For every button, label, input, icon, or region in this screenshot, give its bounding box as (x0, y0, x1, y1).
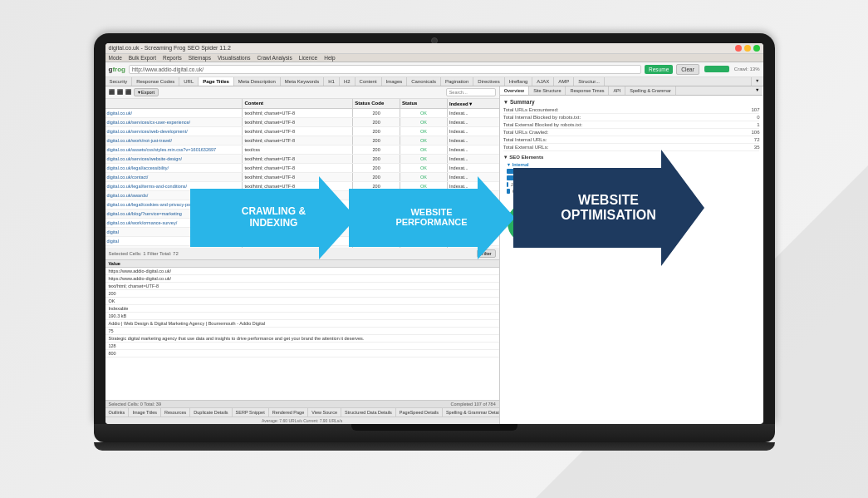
cell-url: digital.co.uk/work/ormance-survey/ (105, 219, 243, 227)
table-row[interactable]: digital.co.uk/ text/html; charset=UTF-8 … (105, 109, 499, 118)
menu-sitemaps[interactable]: Sitemaps (189, 55, 211, 61)
tab-security[interactable]: Security (105, 77, 133, 86)
detail-row-url2: https://www.addio-digital.co.uk/ (105, 275, 499, 283)
seo-elements-title: ▼ SEO Elements (503, 155, 760, 160)
toolbar-icon-2[interactable]: ⬛ (117, 89, 123, 95)
minimize-button[interactable] (744, 45, 751, 52)
tab-page-titles[interactable]: Page Titles (199, 77, 234, 86)
tab-meta-description[interactable]: Meta Description (234, 77, 281, 86)
cell-status-code (353, 228, 400, 236)
table-row[interactable]: digital.co.uk/legal/accessibility/ text/… (105, 164, 499, 173)
filter-text: Selected Cells: 1 Filter Total: 72 (109, 251, 179, 256)
svg-point-5 (518, 213, 538, 233)
tab-url[interactable]: URL (179, 77, 199, 86)
seo-item-js: JavaScript (1) (1.39%) (507, 181, 760, 188)
tab-h1[interactable]: H1 (324, 77, 340, 86)
close-button[interactable] (735, 45, 742, 52)
title-bar-controls (735, 45, 760, 52)
seo-bar-all (507, 169, 557, 174)
right-tab-overview[interactable]: Overview (500, 86, 529, 95)
cell-url: digital.co.uk/ (105, 109, 243, 117)
table-row[interactable]: digital.co.uk/work/ormance-survey/ text/… (105, 219, 499, 228)
cell-status-code: 200 (353, 210, 400, 218)
table-row[interactable]: digital.co.uk/blog/?service=marketing te… (105, 210, 499, 219)
menu-help[interactable]: Help (324, 55, 335, 61)
table-row[interactable]: digital.co.uk/legal/cookies-and-privacy-… (105, 200, 499, 210)
cell-status-code: 200 (353, 200, 400, 209)
filter-button[interactable]: Filter (477, 249, 495, 258)
clear-button[interactable]: Clear (676, 64, 699, 75)
tab-response-codes[interactable]: Response Codes (132, 77, 179, 86)
table-row[interactable]: digital.co.uk/work/not-just-travel/ text… (105, 136, 499, 145)
cell-status-code: 200 (353, 118, 400, 126)
table-row[interactable]: digital.co.uk/services/web-development/ … (105, 127, 499, 136)
cell-indexed: Indexat... (448, 228, 499, 236)
detail-row-num1: 75 (105, 328, 499, 335)
tab-hreflang[interactable]: Hreflang (505, 77, 533, 86)
maximize-button[interactable] (753, 45, 760, 52)
table-row[interactable]: digital Indexat... (105, 237, 499, 246)
tab-directives[interactable]: Directives (473, 77, 504, 86)
table-row[interactable]: digital.co.uk/legal/terms-and-conditions… (105, 182, 499, 191)
tab-content[interactable]: Content (356, 77, 382, 86)
tab-pagination[interactable]: Pagination (441, 77, 473, 86)
btab-pagespeed[interactable]: PageSpeed Details (396, 408, 443, 417)
legend-dot-js (558, 205, 563, 210)
tab-images[interactable]: Images (382, 77, 408, 86)
summary-value-1: 107 (751, 107, 759, 112)
right-tab-api[interactable]: API (609, 86, 625, 95)
right-tab-dropdown[interactable]: ▼ (752, 86, 763, 95)
tab-canonicals[interactable]: Canonicals (407, 77, 441, 86)
table-row[interactable]: digital.co.uk/services/website-design/ t… (105, 155, 499, 164)
btab-outlinks[interactable]: Outlinks (105, 408, 130, 417)
menu-visualisations[interactable]: Visualisations (218, 55, 251, 61)
table-row[interactable]: digital.co.uk/assets/css/styles.min.css?… (105, 145, 499, 155)
right-tab-response-times[interactable]: Response Times (566, 86, 609, 95)
btab-spelling[interactable]: Spelling & Grammar Details (443, 408, 499, 417)
table-row[interactable]: digital.co.uk/services/cx-user-experienc… (105, 118, 499, 127)
tab-h2[interactable]: H2 (340, 77, 356, 86)
cell-url: digital.co.uk/services/web-development/ (105, 127, 243, 136)
cell-indexed: Indexat... (448, 173, 499, 181)
table-row[interactable]: digital Indexat... (105, 228, 499, 237)
cell-status-code: 200 (353, 155, 400, 163)
menu-mode[interactable]: Mode (109, 55, 122, 61)
legend-dot-html (558, 199, 563, 204)
btab-duplicate[interactable]: Duplicate Details (190, 408, 232, 417)
btab-source[interactable]: View Source (308, 408, 341, 417)
search-input[interactable] (446, 88, 496, 96)
btab-image-titles[interactable]: Image Titles (129, 408, 161, 417)
url-input[interactable]: http://www.addio-digital.co.uk/ (129, 65, 641, 74)
table-row[interactable]: digital.co.uk/contact/ text/html; charse… (105, 173, 499, 182)
menu-bar: Mode Bulk Export Reports Sitemaps Visual… (105, 54, 763, 62)
btab-rendered[interactable]: Rendered Page (269, 408, 309, 417)
btab-structured[interactable]: Structured Data Details (341, 408, 396, 417)
right-tab-spelling[interactable]: Spelling & Grammar (625, 86, 676, 95)
status-right: Completed 107 of 784 (451, 402, 496, 407)
menu-crawl-analysis[interactable]: Crawl Analysis (257, 55, 292, 61)
cell-status: OK (400, 164, 448, 172)
toolbar-icon-3[interactable]: ⬛ (125, 89, 131, 95)
cell-content: text/html; charset=UTF-8 (243, 200, 353, 209)
tab-ajax[interactable]: AJAX (532, 77, 554, 86)
cell-url: digital.co.uk/blog/?service=marketing (105, 210, 243, 218)
tab-structure[interactable]: Structur... (574, 77, 605, 86)
menu-licence[interactable]: Licence (299, 55, 317, 61)
resume-button[interactable]: Resume (645, 65, 673, 74)
dropdown-btn[interactable]: ▼ (751, 77, 763, 86)
summary-label-3: Total External Blocked by robots.txt: (503, 122, 582, 127)
chart-legend: HTML JavaScript CSS (558, 198, 587, 231)
tab-amp[interactable]: AMP (554, 77, 574, 86)
toolbar-icon-1[interactable]: ⬛ (109, 89, 115, 95)
btab-serp[interactable]: SERP Snippet (233, 408, 269, 417)
menu-reports[interactable]: Reports (163, 55, 182, 61)
right-tab-site-structure[interactable]: Site Structure (529, 86, 566, 95)
cell-url: digital.co.uk/services/website-design/ (105, 155, 243, 163)
export-button[interactable]: ▾ Export (134, 88, 159, 96)
menu-bulk-export[interactable]: Bulk Export (129, 55, 156, 61)
table-row[interactable]: digital.co.uk/awards/ text/html; charset… (105, 191, 499, 200)
tab-meta-keywords[interactable]: Meta Keywords (281, 77, 324, 86)
btab-resources[interactable]: Resources (161, 408, 190, 417)
cell-content: text/html; charset=UTF-8 (243, 191, 353, 200)
cell-content (243, 228, 353, 236)
